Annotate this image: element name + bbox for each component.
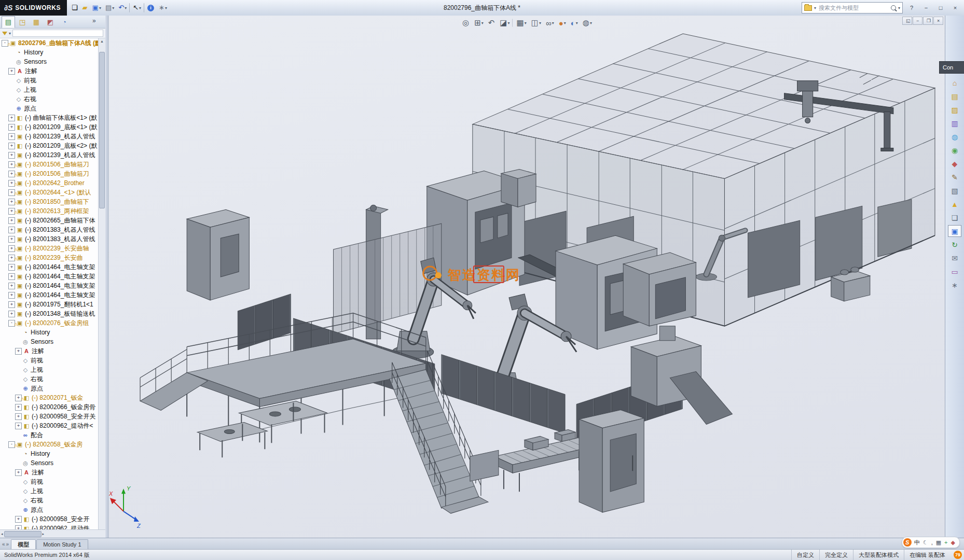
doc-maximize-button[interactable]: ❐ xyxy=(923,17,933,25)
tree-expander[interactable] xyxy=(15,386,21,391)
tree-item[interactable]: + (-) 82001209_底板<1> (默 xyxy=(0,122,99,132)
tree-item[interactable]: + (-) 82000958_安全开 xyxy=(0,514,99,524)
viewport-canvas[interactable]: 智造资料网 Y X Z xyxy=(109,16,945,538)
status-item[interactable]: 在编辑 装配体 xyxy=(904,550,951,560)
tree-item[interactable]: + (-) 82001850_曲轴箱下 xyxy=(0,197,99,206)
tree-item[interactable]: 原点 xyxy=(0,384,99,393)
tree-expander[interactable]: + xyxy=(8,264,15,271)
panel-overflow-chevron[interactable]: » xyxy=(92,17,99,24)
search-input[interactable] xyxy=(818,4,889,11)
zoom-area-icon[interactable]: ⊞▾ xyxy=(472,17,486,29)
settings-icon[interactable]: ∗ xyxy=(948,279,961,291)
tree-item[interactable]: 原点 xyxy=(0,505,99,514)
display-style-icon[interactable]: ◫▾ xyxy=(529,17,543,29)
tree-expander[interactable]: + xyxy=(8,143,15,149)
model-tab[interactable]: 模型 xyxy=(11,539,36,550)
configurationmanager-tab[interactable]: ▦ xyxy=(30,16,43,28)
tree-expander[interactable] xyxy=(15,479,21,485)
apply-scene-icon[interactable]: ◐▾ xyxy=(569,17,580,29)
toolbar-separator[interactable] xyxy=(129,3,130,12)
scenes-icon[interactable]: ◉ xyxy=(948,144,961,156)
tree-expander[interactable] xyxy=(15,339,21,345)
ime-comma-key[interactable]: , xyxy=(931,539,933,545)
graphics-viewport[interactable]: 智造资料网 Y X Z ◎ ⊞▾ xyxy=(108,16,945,538)
tree-item[interactable]: + (-) 82001464_电主轴支架 xyxy=(0,281,99,290)
tree-expander[interactable] xyxy=(15,507,21,513)
tree-item[interactable]: + (-) 82000962_提动件 xyxy=(0,524,99,529)
tab-scroll-right-icon[interactable]: » xyxy=(6,541,9,547)
tree-item[interactable]: + (-) 82001464_电主轴支架 xyxy=(0,262,99,272)
options-button[interactable]: ∗▾ xyxy=(157,2,169,14)
tree-item[interactable]: + (-) 82000962_提动件< xyxy=(0,421,99,430)
tree-item[interactable]: + (-) 82001464_电主轴支架 xyxy=(0,272,99,281)
tree-item[interactable]: + (-) 82001383_机器人管线 xyxy=(0,234,99,244)
ime-plus-icon[interactable]: + xyxy=(944,539,947,545)
tree-item[interactable]: 右视 xyxy=(0,94,99,104)
ime-logo-icon[interactable]: S xyxy=(903,538,912,547)
tree-item[interactable]: 前视 xyxy=(0,477,99,486)
tree-expander[interactable]: + xyxy=(15,469,22,476)
tree-item[interactable]: History xyxy=(0,449,99,458)
select-arrow-button[interactable]: ↖▾ xyxy=(131,2,143,14)
clipboard-icon[interactable]: ▧ xyxy=(948,185,961,197)
decals-icon[interactable]: ◆ xyxy=(948,158,961,170)
tree-item[interactable]: 上视 xyxy=(0,486,99,496)
tree-expander[interactable] xyxy=(8,87,14,93)
tree-item[interactable]: 右视 xyxy=(0,374,99,384)
tree-item[interactable]: + (-) 82001239_机器人管线 xyxy=(0,150,99,160)
refresh-icon[interactable]: ↻ xyxy=(948,239,961,250)
tree-expander[interactable]: + xyxy=(15,404,22,411)
tree-expander[interactable]: + xyxy=(8,311,15,317)
tree-item[interactable]: + (-) 82001209_底板<2> (默 xyxy=(0,141,99,150)
notification-badge[interactable]: 79 xyxy=(954,551,962,559)
view-orientation-icon[interactable]: ▦▾ xyxy=(515,17,529,29)
tree-expander[interactable] xyxy=(15,376,21,382)
tree-item[interactable]: + (-) 曲轴箱下体底板<1> (默 xyxy=(0,113,99,122)
propertymanager-tab[interactable]: ◳ xyxy=(16,16,29,28)
tree-expander[interactable]: + xyxy=(15,413,22,420)
search-scope-folder-icon[interactable] xyxy=(804,5,812,11)
window-maximize-button[interactable]: □ xyxy=(935,3,946,13)
hide-show-items-icon[interactable]: ∞▾ xyxy=(544,17,556,29)
tree-item[interactable]: + (-) 82001383_机器人管线 xyxy=(0,225,99,234)
alert-icon[interactable]: ▲ xyxy=(948,198,961,210)
tree-item[interactable]: + (-) 82001348_板链输送机 xyxy=(0,309,99,318)
doc-restore-button[interactable]: ◱ xyxy=(902,17,912,25)
tree-item[interactable]: History xyxy=(0,328,99,337)
tree-item[interactable]: + (-) 82002644_<1> (默认 xyxy=(0,188,99,197)
ime-keyboard-icon[interactable]: ▦ xyxy=(936,539,941,546)
tree-item[interactable]: + (-) 82002239_长安曲 xyxy=(0,253,99,262)
save-button[interactable]: ▣▾ xyxy=(91,2,103,14)
tree-expander[interactable] xyxy=(15,358,21,363)
filter-caret-icon[interactable]: ▾ xyxy=(9,31,11,36)
tree-horizontal-scrollbar[interactable]: ◂ ▸ xyxy=(0,529,105,538)
tree-item[interactable]: 右视 xyxy=(0,496,99,505)
window-close-button[interactable]: × xyxy=(949,3,961,13)
tree-item[interactable]: Sensors xyxy=(0,458,99,468)
ime-lang-indicator[interactable]: 中 xyxy=(914,539,920,547)
scroll-left-icon[interactable]: ◂ xyxy=(1,531,3,537)
scrollbar-thumb[interactable] xyxy=(99,52,105,208)
search-box[interactable]: ▾ ▾ xyxy=(802,2,903,13)
tree-item[interactable]: + (-) 82001239_机器人管线 xyxy=(0,132,99,141)
tree-item[interactable]: + (-) 82001975_翻转机1<1 xyxy=(0,300,99,309)
tree-item[interactable]: + 注解 xyxy=(0,66,99,76)
tree-expander[interactable]: + xyxy=(8,301,15,308)
hud-separator[interactable] xyxy=(513,19,514,27)
doc-minimize-button[interactable]: − xyxy=(913,17,922,25)
featuremanager-tab[interactable]: ▤ xyxy=(2,16,15,28)
solidworks-resources-icon[interactable]: ⌂ xyxy=(948,77,961,89)
doc-close-button[interactable]: × xyxy=(933,17,943,25)
dimxpertmanager-tab[interactable]: ◩ xyxy=(44,16,57,28)
tree-item[interactable]: + (-) 82001506_曲轴箱刀 xyxy=(0,160,99,169)
displaymanager-tab[interactable]: ◔ xyxy=(58,16,71,28)
tree-item[interactable]: + (-) 82001506_曲轴箱刀 xyxy=(0,169,99,178)
tree-item[interactable]: + (-) 82002665_曲轴箱下体 xyxy=(0,216,99,225)
tree-expander[interactable] xyxy=(15,451,21,457)
tree-expander[interactable]: + xyxy=(8,68,15,75)
view-settings-icon[interactable]: ◍▾ xyxy=(581,17,594,29)
tree-item[interactable]: Sensors xyxy=(0,337,99,346)
status-item[interactable]: 大型装配体模式 xyxy=(853,550,904,560)
tree-item[interactable]: + (-) 82002613_两种框架 xyxy=(0,206,99,216)
scrollbar-thumb[interactable] xyxy=(4,531,42,537)
